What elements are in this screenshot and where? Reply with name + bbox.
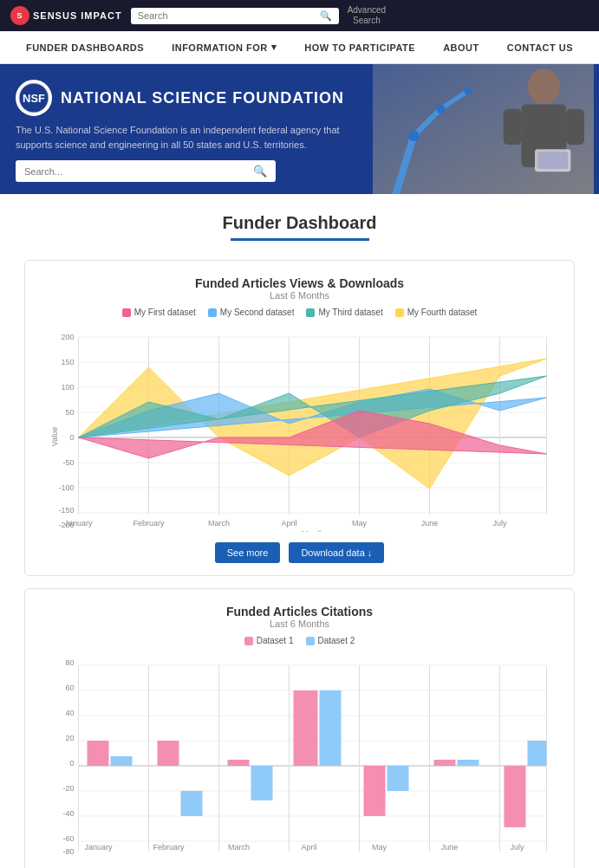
chart2-svg: 80 60 40 20 0 -20 -40 -60 -80: [41, 652, 558, 860]
chart1-legend: My First dataset My Second dataset My Th…: [41, 308, 558, 317]
hero-search-bar[interactable]: 🔍: [16, 160, 276, 182]
svg-rect-13: [566, 109, 584, 145]
svg-text:-40: -40: [62, 809, 74, 818]
svg-text:0: 0: [69, 433, 74, 442]
svg-text:January: January: [64, 519, 93, 528]
svg-text:April: April: [301, 843, 316, 852]
svg-text:NSF: NSF: [23, 92, 45, 105]
search-icon[interactable]: 🔍: [320, 10, 332, 22]
nav-information-for[interactable]: INFORMATION FOR ▾: [158, 31, 290, 63]
legend-label-ds2: Dataset 2: [318, 636, 355, 645]
logo-icon: S: [10, 6, 29, 25]
legend-color-1: [122, 308, 131, 317]
svg-text:200: 200: [61, 333, 74, 341]
funder-dashboard-title: Funder Dashboard: [0, 194, 599, 248]
main-nav: FUNDER DASHBOARDS INFORMATION FOR ▾ HOW …: [0, 31, 599, 64]
svg-point-7: [408, 131, 419, 141]
legend-color-3: [306, 308, 315, 317]
legend-color-ds1: [244, 637, 253, 645]
svg-text:May: May: [372, 843, 387, 852]
chart1-svg: 200 150 100 50 0 -50 -100 -150 -200: [41, 324, 558, 532]
nav-contact-us[interactable]: CONTACT US: [493, 31, 587, 63]
svg-text:April: April: [281, 519, 296, 528]
top-bar: S SENSUS IMPACT 🔍 Advanced Search: [0, 0, 599, 31]
logo-text: SENSUS IMPACT: [33, 10, 122, 21]
svg-text:June: June: [421, 519, 439, 528]
legend-color-ds2: [306, 637, 315, 645]
svg-rect-93: [528, 741, 547, 766]
svg-rect-12: [504, 109, 522, 145]
svg-text:80: 80: [65, 658, 74, 667]
svg-rect-82: [158, 741, 179, 766]
hero-logo-title: NSF NATIONAL SCIENCE FOUNDATION: [16, 80, 357, 116]
nav-funder-dashboards[interactable]: FUNDER DASHBOARDS: [12, 31, 158, 63]
legend-label-1: My First dataset: [134, 308, 196, 317]
logo: S SENSUS IMPACT: [10, 6, 122, 25]
nav-how-to-participate[interactable]: HOW TO PARTICIPATE: [290, 31, 429, 63]
svg-rect-91: [458, 760, 479, 766]
chart2-title: Funded Articles Citations: [41, 605, 558, 619]
nav-about[interactable]: ABOUT: [429, 31, 493, 63]
svg-rect-85: [251, 766, 273, 800]
svg-text:60: 60: [65, 683, 74, 692]
svg-text:March: March: [228, 843, 250, 852]
svg-text:150: 150: [61, 358, 74, 366]
svg-rect-92: [505, 766, 526, 827]
nsf-logo: NSF: [16, 80, 52, 116]
svg-rect-84: [228, 760, 250, 766]
svg-text:June: June: [441, 843, 459, 852]
svg-text:0: 0: [69, 759, 74, 768]
chart-card-citations: Funded Articles Citations Last 6 Months …: [24, 588, 575, 868]
svg-rect-83: [181, 791, 203, 816]
legend-item-3: My Third dataset: [306, 308, 382, 317]
svg-text:-150: -150: [58, 506, 74, 515]
chart1-see-more-button[interactable]: See more: [215, 542, 281, 563]
svg-text:40: 40: [65, 709, 74, 717]
legend-label-4: My Fourth dataset: [407, 308, 478, 317]
svg-rect-86: [294, 690, 318, 766]
hero-search-input[interactable]: [24, 166, 253, 177]
svg-text:Month: Month: [302, 529, 323, 532]
svg-point-8: [436, 105, 445, 113]
svg-text:January: January: [84, 843, 113, 852]
svg-text:Value: Value: [50, 427, 59, 446]
svg-text:100: 100: [61, 383, 74, 392]
svg-point-9: [464, 87, 471, 94]
svg-rect-80: [88, 741, 109, 766]
hero-content: NSF NATIONAL SCIENCE FOUNDATION The U.S.…: [0, 64, 373, 194]
svg-text:20: 20: [65, 734, 74, 742]
legend-label-3: My Third dataset: [318, 308, 382, 317]
page-main: Funder Dashboard Funded Articles Views &…: [0, 194, 599, 868]
svg-text:February: February: [133, 519, 165, 528]
svg-text:March: March: [208, 519, 230, 528]
hero-description: The U.S. National Science Foundation is …: [16, 123, 357, 152]
hero-section: NSF NATIONAL SCIENCE FOUNDATION The U.S.…: [0, 64, 599, 194]
legend-label-ds1: Dataset 1: [257, 636, 294, 645]
hero-image: [373, 64, 594, 194]
chart-card-views-downloads: Funded Articles Views & Downloads Last 6…: [24, 260, 575, 576]
svg-text:May: May: [352, 519, 368, 528]
chart1-subtitle: Last 6 Months: [41, 290, 558, 301]
legend-item-4: My Fourth dataset: [395, 308, 478, 317]
svg-text:July: July: [510, 843, 524, 852]
svg-rect-90: [434, 760, 456, 766]
svg-rect-88: [364, 766, 386, 816]
hero-org-name: NATIONAL SCIENCE FOUNDATION: [61, 89, 344, 107]
svg-text:-80: -80: [62, 847, 74, 856]
main-search-bar[interactable]: 🔍: [131, 8, 339, 24]
svg-text:July: July: [492, 519, 507, 528]
hero-search-icon[interactable]: 🔍: [253, 165, 267, 178]
chart1-buttons: See more Download data ↓: [41, 542, 558, 563]
search-input[interactable]: [138, 10, 320, 21]
chart2-subtitle: Last 6 Months: [41, 619, 558, 629]
chart2-area: 80 60 40 20 0 -20 -40 -60 -80: [41, 652, 558, 860]
svg-text:-60: -60: [62, 834, 74, 843]
chart2-legend: Dataset 1 Dataset 2: [41, 636, 558, 645]
chevron-down-icon: ▾: [271, 42, 277, 53]
advanced-search-link[interactable]: Advanced Search: [348, 5, 386, 26]
svg-text:50: 50: [65, 408, 74, 417]
chart1-download-button[interactable]: Download data ↓: [289, 542, 384, 563]
svg-point-10: [528, 68, 560, 104]
svg-rect-87: [320, 690, 342, 766]
legend-item-1: My First dataset: [122, 308, 196, 317]
